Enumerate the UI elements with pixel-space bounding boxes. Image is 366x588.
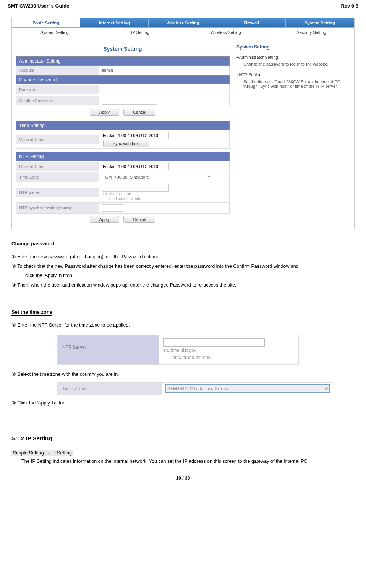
ntp-sync-input[interactable] [102, 204, 123, 212]
change-password-heading: Change password [11, 241, 54, 247]
right-ntp-desc: Set the time of URoad-2300W Set as the t… [236, 78, 347, 92]
sync-with-host-button[interactable]: Sync with host [103, 140, 149, 147]
time-zone-label: Time Zone [16, 172, 99, 182]
tz-step-1: ① Enter the NTP Server for the time zone… [11, 321, 355, 330]
current-time-input[interactable] [102, 132, 169, 139]
cp-step-2b: click the 'Apply' button. [11, 271, 355, 280]
subtab-security-setting[interactable]: Security Setting [269, 28, 354, 37]
ntp-current-time-label: Current Time [16, 162, 99, 171]
ntp-setting-header: NTP Setting [16, 152, 230, 161]
tz-shot-label: Time Zone [58, 383, 162, 395]
cp-step-2a: ② To check that the new Password after c… [11, 262, 355, 271]
time-zone-dropdown[interactable]: (GMT+08:00) Singapore ▼ [102, 174, 212, 180]
time-zone-inline-shot: Time Zone (GMT+09:00) Japan, Korea [57, 382, 333, 395]
time-setting-header: Time Setting [16, 121, 230, 130]
account-value: admin [99, 66, 229, 74]
router-right-panel: System Setting +Administrator Setting Ch… [233, 41, 350, 225]
ntp-shot-input[interactable] [163, 338, 265, 347]
cancel-button-2[interactable]: Cancel [123, 216, 155, 223]
header-rule [0, 10, 366, 10]
tab-system-setting[interactable]: System Setting [286, 18, 354, 27]
password-input[interactable] [102, 86, 157, 93]
confirm-password-label: Confirm Password [16, 96, 99, 105]
tabs-secondary: System Setting IP Setting Wireless Setti… [12, 28, 354, 37]
ntp-server-inline-shot: NTP Server ex. time.nist.gov ntp0.broad.… [57, 335, 299, 365]
tabs-primary: Basic Setting Internet Setting Wireless … [12, 18, 354, 28]
ntp-server-label: NTP Server [16, 188, 99, 197]
tab-internet-setting[interactable]: Internet Setting [80, 18, 149, 27]
doc-title-left: SMT-CW230 User' s Guide [8, 3, 69, 9]
ntp-shot-hint-1: ex. time.nist.gov [163, 348, 196, 353]
cancel-button-1[interactable]: Cancel [123, 109, 155, 116]
ip-setting-heading: 5.1.2 IP Setting [11, 435, 52, 442]
page-footer: 10 / 39 [0, 469, 366, 484]
ip-nav-path: Simple Setting → IP Setting [11, 450, 73, 456]
account-label: Account [16, 66, 99, 75]
tz-step-3: ③ Click the 'Apply' button. [11, 399, 355, 408]
panel-title: System Setting [16, 41, 230, 56]
confirm-password-input[interactable] [102, 97, 157, 105]
right-panel-title: System Setting [236, 44, 347, 53]
router-left-panel: System Setting Adminstrator Setting Acco… [16, 41, 230, 225]
subtab-ip-setting[interactable]: IP Setting [97, 28, 183, 37]
chevron-down-icon: ▼ [207, 176, 211, 179]
password-label: Password [16, 85, 99, 94]
apply-button-1[interactable]: Apply [90, 109, 120, 116]
tab-basic-setting[interactable]: Basic Setting [12, 18, 80, 27]
ntp-sync-label: NTP synchronization(hours) [16, 203, 99, 213]
tab-firewall[interactable]: Firewall [217, 18, 286, 27]
ntp-shot-label: NTP Server [58, 335, 159, 364]
ip-paragraph: The IP Setting indicates information on … [11, 458, 355, 466]
right-admin-desc: Change the password to log in to the web… [236, 60, 347, 70]
admin-setting-header: Adminstrator Setting [16, 56, 230, 66]
subtab-system-setting[interactable]: System Setting [12, 28, 97, 37]
tab-wireless-setting[interactable]: Wireless Setting [149, 18, 217, 27]
time-zone-value: (GMT+08:00) Singapore [104, 175, 149, 179]
ntp-current-time-input[interactable] [102, 163, 169, 170]
right-ntp-sub: +NTP Setting [236, 70, 347, 78]
tz-shot-select[interactable]: (GMT+09:00) Japan, Korea [165, 384, 330, 393]
doc-title-right: Rev 0.8 [341, 3, 358, 9]
apply-button-2[interactable]: Apply [90, 216, 120, 223]
tz-step-2: ② Select the time zone with the country … [11, 370, 355, 379]
ntp-hint-2: ntp0.broad.mit.edu [102, 197, 141, 201]
time-zone-heading: Set the time zone [11, 309, 52, 316]
ntp-server-input[interactable] [102, 184, 169, 192]
current-time-label: Current Time [16, 135, 99, 144]
change-password-header: Change Password [16, 75, 230, 84]
ntp-shot-hint-2: ntp0.broad.mit.edu [163, 355, 211, 360]
router-screenshot: Basic Setting Internet Setting Wireless … [11, 18, 355, 229]
subtab-wireless-setting[interactable]: Wireless Setting [183, 28, 269, 37]
right-admin-sub: +Administrator Setting [236, 53, 347, 60]
cp-step-3: ③ Then, when the user authentication win… [11, 281, 355, 290]
ntp-hint-1: ex. time.nist.gov [102, 192, 131, 196]
cp-step-1: ① Enter the new password (after changing… [11, 253, 355, 261]
